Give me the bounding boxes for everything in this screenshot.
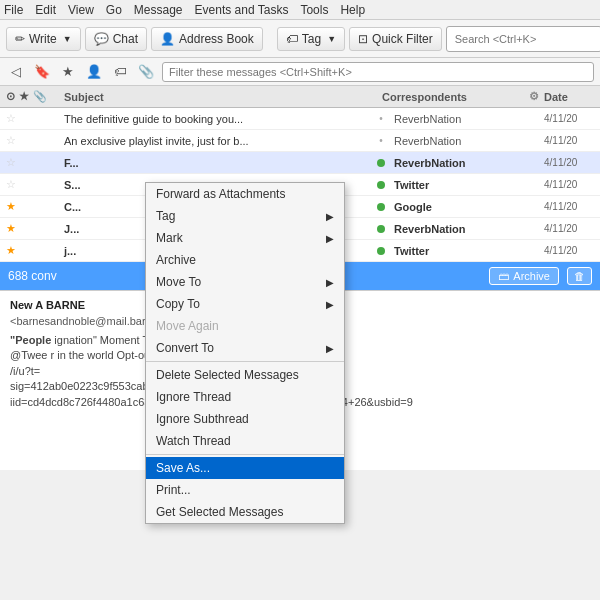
filter-icon: ⊡	[358, 32, 368, 46]
bookmark-icon[interactable]: 🔖	[32, 62, 52, 82]
dot-indicator	[372, 223, 390, 235]
delete-icon: 🗑	[574, 270, 585, 282]
quickfilter-label: Quick Filter	[372, 32, 433, 46]
col-subject-header[interactable]: Subject	[60, 91, 360, 103]
email-date: 4/11/20	[540, 179, 600, 190]
star-icon[interactable]: ★	[58, 62, 78, 82]
email-correspondent: Twitter	[390, 179, 540, 191]
tag2-icon[interactable]: 🏷	[110, 62, 130, 82]
star-flag-icon: ☆	[6, 156, 16, 169]
menu-view[interactable]: View	[68, 3, 94, 17]
addressbook-icon: 👤	[160, 32, 175, 46]
tag-button[interactable]: 🏷 Tag ▼	[277, 27, 345, 51]
star-flag-icon: ☆	[6, 178, 16, 191]
email-subject: The definitive guide to booking you...	[60, 113, 372, 125]
conversation-count: 688 conv	[8, 269, 57, 283]
dot-indicator	[372, 179, 390, 191]
write-arrow-icon: ▼	[63, 34, 72, 44]
ctx-delete-label: Delete Selected Messages	[156, 368, 299, 382]
ctx-mark[interactable]: Mark ▶	[146, 227, 344, 249]
menu-edit[interactable]: Edit	[35, 3, 56, 17]
dot-indicator	[372, 245, 390, 257]
star-flag-icon: ★	[6, 200, 16, 213]
ctx-delete[interactable]: Delete Selected Messages	[146, 364, 344, 386]
menu-help[interactable]: Help	[340, 3, 365, 17]
col-correspondents-header[interactable]: Correspondents	[378, 91, 528, 103]
tag-label: Tag	[302, 32, 321, 46]
ctx-print-label: Print...	[156, 483, 191, 497]
chat-label: Chat	[113, 32, 138, 46]
table-row[interactable]: ☆ The definitive guide to booking you...…	[0, 108, 600, 130]
star-flag-icon: ☆	[6, 112, 16, 125]
preview-sender-name: New A	[10, 299, 43, 311]
ctx-ignore-subthread[interactable]: Ignore Subthread	[146, 408, 344, 430]
ctx-archive[interactable]: Archive	[146, 249, 344, 271]
preview-sender-short: BARNE	[46, 299, 85, 311]
menu-tools[interactable]: Tools	[300, 3, 328, 17]
dot-indicator	[372, 157, 390, 169]
archive-icon: 🗃	[498, 270, 509, 282]
email-date: 4/11/20	[540, 223, 600, 234]
email-correspondent: Google	[390, 201, 540, 213]
context-menu: Forward as Attachments Tag ▶ Mark ▶ Arch…	[145, 182, 345, 524]
ctx-moveto[interactable]: Move To ▶	[146, 271, 344, 293]
ctx-print[interactable]: Print...	[146, 479, 344, 501]
ctx-copyto-arrow: ▶	[326, 299, 334, 310]
paperclip-icon[interactable]: 📎	[136, 62, 156, 82]
ctx-watch[interactable]: Watch Thread	[146, 430, 344, 452]
ctx-moveto-label: Move To	[156, 275, 201, 289]
write-button[interactable]: ✏ Write ▼	[6, 27, 81, 51]
col-flags: ⊙ ★ 📎	[0, 90, 60, 103]
email-subject: F...	[60, 157, 372, 169]
ctx-convertto-label: Convert To	[156, 341, 214, 355]
email-list-header: ⊙ ★ 📎 Subject Correspondents ⚙ Date	[0, 86, 600, 108]
archive-label: Archive	[513, 270, 550, 282]
table-row[interactable]: ☆ An exclusive playlist invite, just for…	[0, 130, 600, 152]
col-date-header[interactable]: Date	[540, 91, 600, 103]
quickfilter-button[interactable]: ⊡ Quick Filter	[349, 27, 442, 51]
ctx-moveagain: Move Again	[146, 315, 344, 337]
email-date: 4/11/20	[540, 157, 600, 168]
delete-button[interactable]: 🗑	[567, 267, 592, 285]
dot-indicator: •	[372, 135, 390, 146]
menu-events-tasks[interactable]: Events and Tasks	[195, 3, 289, 17]
ctx-getselected[interactable]: Get Selected Messages	[146, 501, 344, 523]
email-date: 4/11/20	[540, 135, 600, 146]
secondary-toolbar: ◁ 🔖 ★ 👤 🏷 📎	[0, 58, 600, 86]
archive-button[interactable]: 🗃 Archive	[489, 267, 559, 285]
ctx-archive-label: Archive	[156, 253, 196, 267]
ctx-getselected-label: Get Selected Messages	[156, 505, 283, 519]
dot-indicator: •	[372, 113, 390, 124]
menu-file[interactable]: File	[4, 3, 23, 17]
email-correspondent: ReverbNation	[390, 223, 540, 235]
col-star-icon: ★	[19, 90, 29, 103]
email-correspondent: Twitter	[390, 245, 540, 257]
filter-input[interactable]	[162, 62, 594, 82]
ctx-moveagain-label: Move Again	[156, 319, 219, 333]
ctx-sep-1	[146, 361, 344, 362]
table-row[interactable]: ☆ F... ReverbNation 4/11/20	[0, 152, 600, 174]
addressbook-button[interactable]: 👤 Address Book	[151, 27, 263, 51]
menu-message[interactable]: Message	[134, 3, 183, 17]
menu-go[interactable]: Go	[106, 3, 122, 17]
write-label: Write	[29, 32, 57, 46]
chat-button[interactable]: 💬 Chat	[85, 27, 147, 51]
ctx-ignore-subthread-label: Ignore Subthread	[156, 412, 249, 426]
ctx-tag[interactable]: Tag ▶	[146, 205, 344, 227]
ctx-ignore-thread[interactable]: Ignore Thread	[146, 386, 344, 408]
ctx-forward-attachments[interactable]: Forward as Attachments	[146, 183, 344, 205]
search-input[interactable]	[446, 26, 600, 52]
ctx-tag-arrow: ▶	[326, 211, 334, 222]
ctx-moveto-arrow: ▶	[326, 277, 334, 288]
ctx-convertto[interactable]: Convert To ▶	[146, 337, 344, 359]
back-icon[interactable]: ◁	[6, 62, 26, 82]
email-subject: An exclusive playlist invite, just for b…	[60, 135, 372, 147]
write-icon: ✏	[15, 32, 25, 46]
ctx-saveas[interactable]: Save As...	[146, 457, 344, 479]
ctx-copyto-label: Copy To	[156, 297, 200, 311]
person-icon[interactable]: 👤	[84, 62, 104, 82]
ctx-copyto[interactable]: Copy To ▶	[146, 293, 344, 315]
chat-icon: 💬	[94, 32, 109, 46]
preview-people-label: "People	[10, 334, 51, 346]
star-flag-icon: ★	[6, 244, 16, 257]
